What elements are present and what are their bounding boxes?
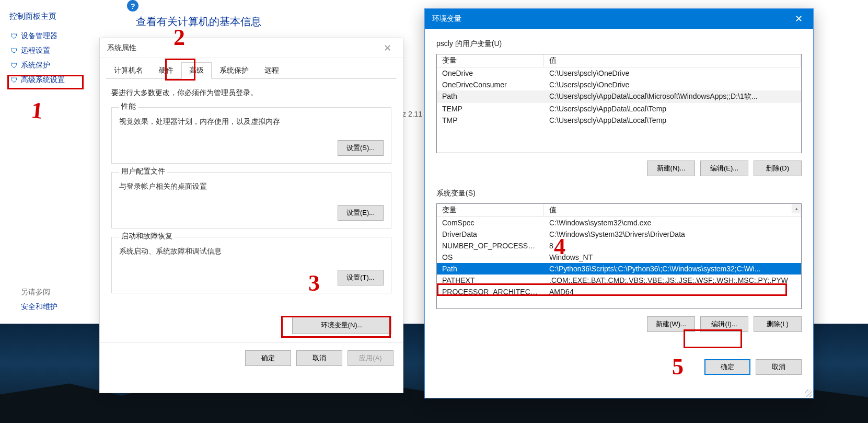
var-value: C:\Users\pscly\OneDrive: [544, 79, 801, 90]
sys-edit-button[interactable]: 编辑(I)...: [700, 316, 748, 332]
shield-icon: 🛡: [10, 61, 18, 70]
var-name: OS: [437, 251, 544, 263]
shield-icon: 🛡: [10, 32, 18, 40]
var-value: Windows_NT: [544, 251, 801, 263]
link-label: 远程设置: [21, 46, 50, 55]
cp-link-device-manager[interactable]: 🛡 设备管理器: [9, 31, 98, 41]
var-name: TMP: [437, 115, 544, 126]
sys-vars-label: 系统变量(S): [436, 189, 802, 198]
link-label: 设备管理器: [21, 31, 57, 41]
cp-link-remote[interactable]: 🛡 远程设置: [9, 45, 98, 56]
tab-advanced[interactable]: 高级: [181, 62, 212, 79]
var-name: OneDriveConsumer: [437, 79, 544, 90]
group-performance: 性能 视觉效果，处理器计划，内存使用，以及虚拟内存 设置(S)...: [111, 107, 391, 164]
env-cancel-button[interactable]: 取消: [756, 359, 802, 375]
var-value: C:\Python36\Scripts\;C:\Python36\;C:\Win…: [544, 263, 801, 275]
table-row[interactable]: NUMBER_OF_PROCESSORS8: [437, 240, 801, 251]
col-val: 值: [544, 204, 801, 216]
group-title: 启动和故障恢复: [119, 232, 175, 241]
table-row[interactable]: DriverDataC:\Windows\System32\Drivers\Dr…: [437, 228, 801, 240]
user-vars-list[interactable]: 变量 值 OneDriveC:\Users\pscly\OneDriveOneD…: [436, 54, 802, 153]
sysprop-titlebar: 系统属性 ✕: [100, 38, 403, 58]
help-icon[interactable]: ?: [127, 0, 138, 12]
cancel-button[interactable]: 取消: [296, 350, 342, 366]
table-row[interactable]: PATHEXT.COM;.EXE;.BAT;.CMD;.VBS;.VBE;.JS…: [437, 275, 801, 286]
table-row[interactable]: TEMPC:\Users\pscly\AppData\Local\Temp: [437, 103, 801, 115]
sysprop-tabs: 计算机名 硬件 高级 系统保护 远程: [106, 62, 397, 79]
cp-security-link[interactable]: 安全和维护: [21, 302, 57, 312]
var-value: C:\Windows\System32\Drivers\DriverData: [544, 228, 801, 240]
system-properties-dialog: 系统属性 ✕ 计算机名 硬件 高级 系统保护 远程 要进行大多数更改，你必须作为…: [99, 38, 403, 393]
var-name: NUMBER_OF_PROCESSORS: [437, 240, 544, 251]
var-value: AMD64: [544, 286, 801, 298]
table-row[interactable]: OneDriveC:\Users\pscly\OneDrive: [437, 67, 801, 79]
var-name: ComSpec: [437, 217, 544, 228]
group-startup: 启动和故障恢复 系统启动、系统故障和调试信息 设置(T)...: [111, 237, 391, 293]
resize-grip-icon[interactable]: [805, 390, 812, 397]
var-value: C:\Users\pscly\OneDrive: [544, 67, 801, 79]
env-ok-button[interactable]: 确定: [704, 359, 750, 375]
group-desc: 与登录帐户相关的桌面设置: [119, 182, 384, 191]
close-icon[interactable]: ✕: [787, 9, 810, 29]
var-name: DriverData: [437, 228, 544, 240]
sys-delete-button[interactable]: 删除(L): [754, 316, 802, 332]
table-row[interactable]: PathC:\Users\pscly\AppData\Local\Microso…: [437, 90, 801, 103]
var-value: C:\Windows\system32\cmd.exe: [544, 217, 801, 228]
user-edit-button[interactable]: 编辑(E)...: [700, 161, 748, 176]
admin-hint: 要进行大多数更改，你必须作为管理员登录。: [111, 88, 391, 98]
group-user-profile: 用户配置文件 与登录帐户相关的桌面设置 设置(E)...: [111, 172, 391, 228]
sys-vars-list[interactable]: ▴ 变量 值 ComSpecC:\Windows\system32\cmd.ex…: [436, 203, 802, 309]
tab-hardware[interactable]: 硬件: [151, 62, 181, 78]
table-row[interactable]: OSWindows_NT: [437, 251, 801, 263]
group-desc: 系统启动、系统故障和调试信息: [119, 247, 384, 256]
profile-settings-button[interactable]: 设置(E)...: [338, 205, 384, 221]
list-header: 变量 值: [437, 204, 801, 217]
apply-button[interactable]: 应用(A): [348, 350, 394, 366]
table-row[interactable]: OneDriveConsumerC:\Users\pscly\OneDrive: [437, 79, 801, 90]
table-row[interactable]: PROCESSOR_ARCHITECTUREAMD64: [437, 286, 801, 298]
table-row[interactable]: PathC:\Python36\Scripts\;C:\Python36\;C:…: [437, 263, 801, 275]
env-variables-button[interactable]: 环境变量(N)...: [292, 316, 391, 334]
var-value: C:\Users\pscly\AppData\Local\Temp: [544, 103, 801, 115]
var-value: C:\Users\pscly\AppData\Local\Temp: [544, 115, 801, 126]
var-value: C:\Users\pscly\AppData\Local\Microsoft\W…: [544, 90, 801, 103]
col-var: 变量: [437, 204, 544, 216]
tab-protection[interactable]: 系统保护: [212, 62, 257, 78]
tab-computer-name[interactable]: 计算机名: [106, 62, 151, 78]
var-value: 8: [544, 240, 801, 251]
table-row[interactable]: TMPC:\Users\pscly\AppData\Local\Temp: [437, 115, 801, 126]
env-titlebar: 环境变量 ✕: [425, 9, 813, 29]
cp-link-advanced[interactable]: 🛡 高级系统设置: [9, 75, 98, 85]
cp-home-title: 控制面板主页: [9, 12, 98, 21]
var-name: Path: [437, 90, 544, 103]
tab-remote[interactable]: 远程: [257, 62, 287, 78]
also-label: 另请参阅: [21, 288, 57, 297]
list-header: 变量 值: [437, 54, 801, 67]
var-name: TEMP: [437, 103, 544, 115]
col-var: 变量: [437, 54, 544, 67]
close-icon[interactable]: ✕: [377, 42, 398, 54]
dialog-title: 环境变量: [432, 14, 461, 24]
link-label: 高级系统设置: [21, 75, 65, 85]
table-row[interactable]: ComSpecC:\Windows\system32\cmd.exe: [437, 217, 801, 228]
env-variables-dialog: 环境变量 ✕ pscly 的用户变量(U) 变量 值 OneDriveC:\Us…: [424, 8, 814, 398]
sys-new-button[interactable]: 新建(W)...: [647, 316, 695, 332]
cp-link-protection[interactable]: 🛡 系统保护: [9, 60, 98, 71]
var-name: PATHEXT: [437, 275, 544, 286]
user-delete-button[interactable]: 删除(D): [754, 161, 802, 176]
cp-see-also: 另请参阅 安全和维护: [21, 288, 57, 312]
cp-main-heading: 查看有关计算机的基本信息: [136, 15, 261, 29]
link-label: 系统保护: [21, 61, 50, 70]
shield-icon: 🛡: [10, 47, 18, 55]
var-name: OneDrive: [437, 67, 544, 79]
dialog-title: 系统属性: [107, 43, 136, 53]
bg-text-fragment: z 2.11: [402, 110, 422, 118]
user-vars-label: pscly 的用户变量(U): [436, 39, 802, 49]
ok-button[interactable]: 确定: [245, 350, 291, 366]
perf-settings-button[interactable]: 设置(S)...: [338, 140, 384, 156]
group-title: 性能: [119, 102, 138, 111]
group-desc: 视觉效果，处理器计划，内存使用，以及虚拟内存: [119, 117, 384, 127]
scroll-up-icon[interactable]: ▴: [792, 204, 801, 213]
startup-settings-button[interactable]: 设置(T)...: [338, 270, 384, 285]
user-new-button[interactable]: 新建(N)...: [647, 161, 695, 176]
